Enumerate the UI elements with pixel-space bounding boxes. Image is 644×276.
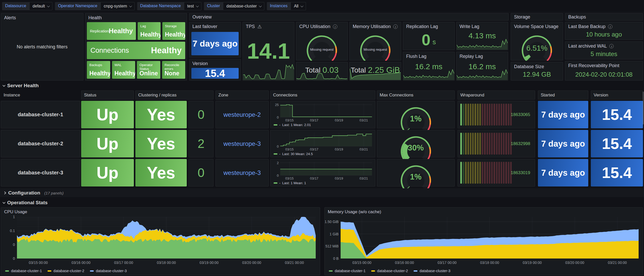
panel-title: Health — [85, 13, 187, 22]
legend-stats: Last: 1 Mean: 2.01 — [282, 123, 311, 127]
memory-utilisation-gauge — [350, 30, 401, 59]
replicas-value: 0 — [198, 108, 204, 122]
x-axis-tick: 03/17 00:00 — [114, 261, 133, 265]
status-cell: Up — [81, 101, 134, 128]
column-header: Zone — [216, 91, 269, 100]
x-axis-tick: 03/15 00:00 — [352, 261, 371, 265]
legend-stats: Last: 30 Mean: 24.5 — [282, 152, 313, 156]
legend-swatch — [274, 124, 277, 126]
x-axis-tick: 03/18 00:00 — [480, 261, 499, 265]
filter-label[interactable]: Instances — [267, 2, 291, 10]
tps-value: 14.1 — [247, 38, 290, 64]
zone-link[interactable]: westeurope-3 — [223, 169, 261, 176]
column-header: Started — [538, 91, 588, 100]
x-axis-tick: 03/17 — [310, 147, 319, 151]
status-value: Up — [97, 134, 118, 153]
filter-value-dropdown[interactable]: cnpg-system — [100, 2, 135, 10]
y-axis-tick: 1.50 GiB — [325, 220, 339, 224]
y-axis-tick: 512 MiB — [325, 244, 339, 248]
wraparound-cell: 18633065 — [458, 101, 535, 128]
cpu-usage-plot: 10.10003/15 00:0003/16 00:0003/17 00:000… — [5, 217, 316, 259]
scrollbar-thumb[interactable] — [643, 92, 644, 124]
x-axis-tick: 03/19 — [335, 118, 343, 122]
filter-value-dropdown[interactable]: database-cluster — [223, 2, 264, 10]
replication-lag-unit: s — [433, 38, 436, 46]
filter-label[interactable]: Datasource — [2, 2, 29, 10]
health-tile-connections: Connections Healthy — [87, 42, 185, 59]
clustering-cell: Yes — [135, 159, 187, 186]
x-axis-tick: 03/17 — [310, 176, 319, 180]
x-axis-tick: 03/16 00:00 — [395, 261, 414, 265]
max-connections-value: 1% — [377, 172, 454, 182]
column-header: Connections — [270, 91, 375, 100]
filter-value: All — [294, 4, 298, 8]
y-axis-tick: 0 — [277, 174, 279, 177]
zone-link[interactable]: westeurope-2 — [223, 111, 261, 118]
group-title: Overview — [189, 13, 508, 21]
last-base-backup-value: 10 hours ago — [586, 31, 622, 38]
legend-series-name: - — [279, 152, 281, 156]
connections-plot: 2003/1503/1703/1903/21 — [280, 162, 372, 175]
filter-value-dropdown[interactable]: default — [29, 2, 52, 10]
last-base-backup-wrap: 10 hours ago — [565, 31, 643, 38]
version-cell: 15.4 — [591, 130, 643, 157]
version-value: 15.4 — [602, 135, 632, 153]
info-icon: i — [333, 24, 337, 29]
section-server-health[interactable]: Server Health — [3, 83, 39, 88]
zone-link[interactable]: westeurope-3 — [223, 140, 261, 147]
version-value-tile: 15.4 — [191, 68, 239, 79]
status-value: Up — [97, 163, 118, 182]
legend-item[interactable]: database-cluster-1 — [329, 269, 366, 273]
series-legend[interactable]: -Last: 1 Mean: 2.01 — [274, 123, 311, 127]
panel-title: Write Lag — [456, 22, 508, 31]
replicas-cell: 0 — [189, 159, 213, 186]
filter-label[interactable]: Database Namespace — [137, 2, 184, 10]
tile-value: None — [165, 70, 180, 77]
cpu-utilisation-gauge — [296, 30, 348, 59]
y-axis-tick: 1 GiB — [330, 232, 339, 236]
memory-usage-plot: 1.50 GiB1 GiB512 MiB0 B03/15 00:0003/16 … — [328, 217, 639, 259]
volume-space-usage-panel: Volume Space Usage 6.51% — [511, 22, 563, 60]
column-header: Clustering / replicas — [135, 91, 213, 100]
panel-title: Replication Lag — [403, 22, 454, 31]
max-connections-cell: 1% — [377, 101, 455, 128]
y-axis-tick: 0 — [13, 243, 15, 247]
started-value: 7 days ago — [541, 110, 585, 120]
connections-plot: 25003/1503/1703/1903/21 — [280, 104, 372, 117]
filter-value-dropdown[interactable]: All — [291, 2, 306, 10]
x-axis-tick: 03/19 00:00 — [523, 261, 542, 265]
panel-title: Last Base Backupi — [565, 22, 643, 31]
legend-item[interactable]: database-cluster-3 — [90, 269, 127, 273]
memory-total-wrap: Total 2.25 GiB — [350, 65, 401, 75]
section-operational-stats[interactable]: Operational Stats — [3, 200, 48, 206]
replication-lag-value: 0 — [422, 31, 430, 49]
legend-item[interactable]: database-cluster-2 — [48, 269, 84, 273]
last-base-backup-panel: Last Base Backupi 10 hours ago — [565, 22, 643, 40]
legend-item[interactable]: database-cluster-3 — [414, 269, 450, 273]
x-axis-tick: 03/21 — [360, 147, 368, 151]
group-title: Storage — [511, 13, 563, 21]
filter-datasource: Datasourcedefault — [2, 2, 52, 10]
tile-value: Online — [139, 70, 158, 77]
x-axis-tick: 03/16 00:00 — [71, 261, 90, 265]
wraparound-cell: 18632998 — [458, 130, 535, 157]
section-configuration[interactable]: Configuration (17 panels) — [4, 190, 64, 196]
memory-utilisation-panel: Memory Utilisationi Missing request — [349, 22, 401, 60]
first-recoverability-point-wrap: 2024-02-20 02:01:08 — [565, 71, 643, 78]
series-legend[interactable]: -Last: 30 Mean: 24.5 — [274, 152, 313, 156]
filter-label[interactable]: Cluster — [204, 2, 223, 10]
x-axis-tick: 03/21 — [360, 176, 368, 180]
warning-icon: ⚠ — [257, 24, 262, 29]
zone-cell: westeurope-3 — [216, 159, 269, 186]
clustering-value: Yes — [147, 105, 175, 124]
legend-item[interactable]: database-cluster-1 — [5, 269, 42, 273]
series-legend[interactable]: -Last: 1 Mean: 1 — [274, 181, 306, 185]
filter-value-dropdown[interactable]: test — [184, 2, 201, 10]
wraparound-value: 18633019 — [511, 170, 530, 175]
legend-item[interactable]: database-cluster-2 — [371, 269, 408, 273]
wraparound-bar-gauge — [460, 133, 512, 155]
replicas-cell: 0 — [189, 101, 213, 128]
last-failover-panel: Last failover 7 days ago — [189, 22, 241, 58]
filter-label[interactable]: Operator Namespace — [55, 2, 100, 10]
panel-title: Replay Lag — [456, 52, 508, 61]
